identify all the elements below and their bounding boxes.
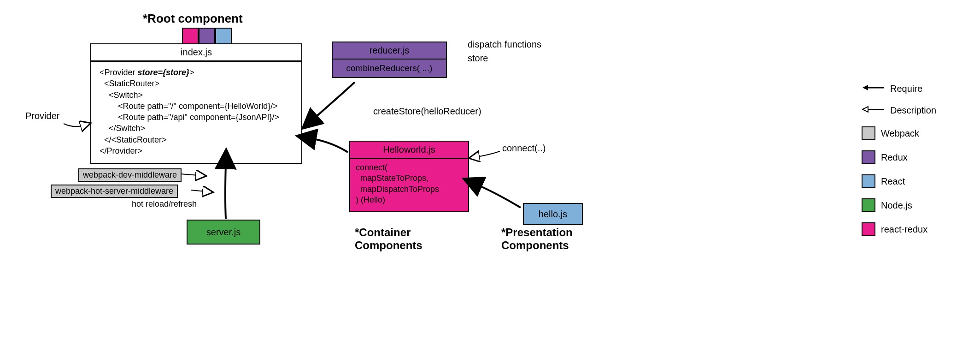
legend-node-swatch-icon	[862, 198, 875, 212]
arrow-open-icon	[862, 105, 885, 116]
legend-react-swatch-icon	[862, 174, 875, 188]
provider-label: Provider	[25, 111, 59, 121]
code-rest: > <StaticRouter> <Switch> <Route path="/…	[100, 68, 279, 155]
hot-reload-label: hot reload/refresh	[132, 199, 197, 209]
svg-marker-1	[863, 85, 868, 90]
presentation-components-title: *Presentation Components	[501, 226, 573, 252]
store-label: store	[468, 53, 488, 64]
legend-webpack-swatch-icon	[862, 126, 875, 140]
svg-marker-3	[863, 107, 868, 112]
legend-react-redux: react-redux	[862, 222, 936, 236]
index-js-code: <Provider store={store}> <StaticRouter> …	[91, 62, 301, 163]
legend-react: React	[862, 174, 936, 188]
legend-description: Description	[862, 105, 936, 116]
helloworld-js-box: Helloworld.js connect( mapStateToProps, …	[349, 141, 469, 212]
swatch-redux-icon	[199, 28, 215, 44]
reducer-js-header: reducer.js	[333, 42, 446, 60]
server-js-box: server.js	[187, 220, 260, 245]
dispatch-functions-label: dispatch functions	[468, 39, 541, 50]
root-component-title: *Root component	[143, 12, 243, 26]
legend-require: Require	[862, 83, 936, 95]
connect-label: connect(..)	[502, 143, 546, 154]
legend-react-label: React	[881, 176, 905, 187]
helloworld-js-header: Helloworld.js	[350, 142, 468, 159]
webpack-hot-server-middleware-box: webpack-hot-server-middleware	[51, 185, 178, 198]
helloworld-js-body: connect( mapStateToProps, mapDispatchToP…	[350, 159, 468, 211]
legend-react-redux-swatch-icon	[862, 222, 875, 236]
create-store-label: createStore(helloReducer)	[373, 106, 481, 117]
legend-webpack: Webpack	[862, 126, 936, 140]
container-components-title: *Container Components	[355, 226, 423, 252]
legend-require-label: Require	[890, 84, 922, 94]
swatch-react-redux-icon	[182, 28, 199, 44]
legend-redux-label: Redux	[881, 152, 908, 163]
reducer-js-body: combineReducers( ...)	[333, 60, 446, 77]
legend-redux-swatch-icon	[862, 150, 875, 164]
arrow-solid-icon	[862, 83, 885, 95]
legend: Require Description Webpack Redux React …	[862, 83, 936, 236]
legend-react-redux-label: react-redux	[881, 224, 927, 235]
index-js-header: index.js	[91, 44, 301, 62]
root-swatches	[182, 28, 232, 44]
legend-webpack-label: Webpack	[881, 128, 919, 139]
legend-node: Node.js	[862, 198, 936, 212]
swatch-react-icon	[215, 28, 232, 44]
code-prefix: <Provider	[100, 68, 138, 77]
webpack-dev-middleware-box: webpack-dev-middleware	[78, 168, 182, 182]
hello-js-box: hello.js	[523, 203, 583, 225]
reducer-js-box: reducer.js combineReducers( ...)	[332, 42, 447, 78]
code-store-bold: store={store}	[138, 68, 190, 77]
legend-description-label: Description	[890, 105, 936, 116]
index-js-box: index.js <Provider store={store}> <Stati…	[90, 43, 302, 164]
legend-redux: Redux	[862, 150, 936, 164]
legend-node-label: Node.js	[881, 200, 912, 211]
